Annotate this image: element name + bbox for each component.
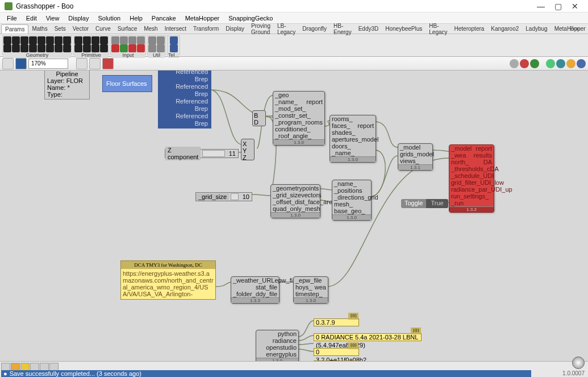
versions-component[interactable]: python radiance openstudio energyplus 1.… (256, 330, 299, 361)
menu-help[interactable]: Help (125, 14, 147, 23)
display-mode-icon[interactable] (546, 59, 555, 68)
param-icon[interactable] (83, 36, 91, 44)
tab-vector[interactable]: Vector (69, 24, 92, 33)
tab-ladybug[interactable]: Ladybug (522, 24, 551, 33)
param-icon[interactable] (157, 36, 165, 44)
param-icon[interactable] (120, 44, 128, 52)
tab-honeybeeplus[interactable]: HoneybeePlus (382, 24, 426, 33)
tab-sets[interactable]: Sets (51, 24, 69, 33)
param-icon[interactable] (3, 44, 11, 52)
tab-hblegacy[interactable]: HB-Legacy (426, 22, 451, 36)
hb-room-component[interactable]: _geo _name_report _mod_set_ _constr_set_… (273, 91, 325, 146)
param-icon[interactable] (100, 44, 108, 52)
display-mode-icon[interactable] (510, 59, 519, 68)
tab-display[interactable]: Display (222, 24, 248, 33)
param-icon[interactable] (170, 44, 178, 52)
param-icon[interactable] (63, 36, 71, 44)
param-icon[interactable] (120, 36, 128, 44)
tab-surface[interactable]: Surface (114, 24, 140, 33)
param-icon[interactable] (37, 36, 45, 44)
display-mode-icon[interactable] (530, 59, 539, 68)
param-icon[interactable] (111, 44, 119, 52)
param-icon[interactable] (148, 44, 156, 52)
floor-surfaces-component[interactable]: Floor Surfaces (102, 75, 152, 92)
preview-button[interactable] (89, 58, 101, 69)
grid-size-slider[interactable]: _grid_size 10 (195, 192, 252, 201)
epw-url-panel[interactable]: DCA TMY3 for Washington, DC https://ener… (120, 260, 216, 300)
param-icon[interactable] (74, 44, 82, 52)
sensor-grid-component[interactable]: _geometrypoints _grid_sizevectors _offse… (270, 184, 320, 218)
menu-display[interactable]: Display (64, 14, 93, 23)
panel-openstudio-version[interactable]: {0}0 3.2.0+e11f0a08b2 (314, 348, 359, 356)
display-mode-icon[interactable] (520, 59, 529, 68)
param-icon[interactable] (29, 36, 37, 44)
zoom-field[interactable]: 170% (28, 59, 68, 69)
display-mode-icon[interactable] (566, 59, 576, 68)
tab-kangaroo2[interactable]: Kangaroo2 (487, 24, 522, 33)
maximize-button[interactable]: ▢ (549, 0, 566, 13)
hb-radiance-model-component[interactable]: _model grids_model views_ 1.3.1 (398, 143, 433, 171)
annual-daylight-component[interactable]: _modelreport _wearesults north_DA _thres… (449, 144, 494, 213)
param-icon[interactable] (83, 44, 91, 52)
menu-metahopper[interactable]: MetaHopper (181, 14, 224, 23)
minimize-button[interactable]: — (532, 0, 549, 13)
move-component[interactable]: BD (252, 110, 266, 126)
menu-edit[interactable]: Edit (22, 14, 41, 23)
tab-params[interactable]: Params (1, 24, 28, 34)
pipeline-component[interactable]: Pipeline Layer: FLOR Name: * Type: (44, 71, 90, 100)
param-icon[interactable] (111, 36, 119, 44)
tab-curve[interactable]: Curve (92, 24, 114, 33)
menu-view[interactable]: View (41, 14, 64, 23)
tab-maths[interactable]: Maths (28, 24, 51, 33)
param-icon[interactable] (29, 44, 37, 52)
param-icon[interactable] (46, 36, 54, 44)
param-icon[interactable] (91, 36, 99, 44)
param-icon[interactable] (137, 36, 145, 44)
open-button[interactable] (2, 58, 14, 69)
canvas[interactable]: Pipeline Layer: FLOR Name: * Type: Floor… (0, 71, 588, 361)
menu-file[interactable]: File (2, 14, 22, 23)
param-icon[interactable] (128, 36, 136, 44)
param-icon[interactable] (20, 44, 28, 52)
tab-dragonfly[interactable]: Dragonfly (299, 24, 330, 33)
param-icon[interactable] (74, 36, 82, 44)
tab-transform[interactable]: Transform (190, 24, 222, 33)
tab-provingground[interactable]: Proving Ground (248, 22, 274, 36)
close-button[interactable]: ✕ (566, 0, 583, 13)
param-icon[interactable] (63, 44, 71, 52)
param-icon[interactable] (91, 44, 99, 52)
param-icon[interactable] (46, 44, 54, 52)
param-icon[interactable] (12, 44, 20, 52)
param-icon[interactable] (157, 44, 165, 52)
tab-mesh[interactable]: Mesh (140, 24, 161, 33)
param-icon[interactable] (100, 36, 108, 44)
menu-solution[interactable]: Solution (93, 14, 125, 23)
sketch-button[interactable] (102, 58, 114, 69)
param-icon[interactable] (55, 36, 62, 44)
param-icon[interactable] (170, 36, 178, 44)
vector-component[interactable]: XYZ (241, 139, 255, 160)
hb-sensor-grid-component[interactable]: _name_ _positions _directions_grid mesh_… (332, 180, 372, 221)
zoomfit-button[interactable] (76, 58, 87, 69)
display-mode-icon[interactable] (556, 59, 565, 68)
param-icon[interactable] (20, 36, 28, 44)
param-icon[interactable] (3, 36, 11, 44)
wea-component[interactable]: _epw_file hoys_wea timestep_ 1.3.0 (293, 276, 328, 304)
panel-python-version[interactable]: {0}0.3.7.9 (314, 318, 359, 326)
param-icon[interactable] (137, 44, 145, 52)
epw-download-component[interactable]: _weather_URLepw_file stat_file _folder_d… (231, 276, 280, 304)
tab-heteroptera[interactable]: Heteroptera (451, 24, 488, 33)
tab-intersect[interactable]: Intersect (161, 24, 190, 33)
display-mode-icon[interactable] (577, 59, 586, 68)
tab-hbenergy[interactable]: HB-Energy (330, 22, 355, 36)
param-icon[interactable] (128, 44, 136, 52)
navigation-knob[interactable] (572, 357, 585, 369)
param-icon[interactable] (37, 44, 45, 52)
tab-eddy3d[interactable]: Eddy3D (355, 24, 382, 33)
param-icon[interactable] (148, 36, 156, 44)
menu-pancake[interactable]: Pancake (147, 14, 181, 23)
param-icon[interactable] (55, 44, 62, 52)
z-component-slider[interactable]: Z component 11 (165, 149, 239, 158)
tab-lblegacy[interactable]: LB-Legacy (274, 22, 299, 36)
hb-model-component[interactable]: rooms_ faces_report shades_ apertures_mo… (330, 115, 376, 163)
